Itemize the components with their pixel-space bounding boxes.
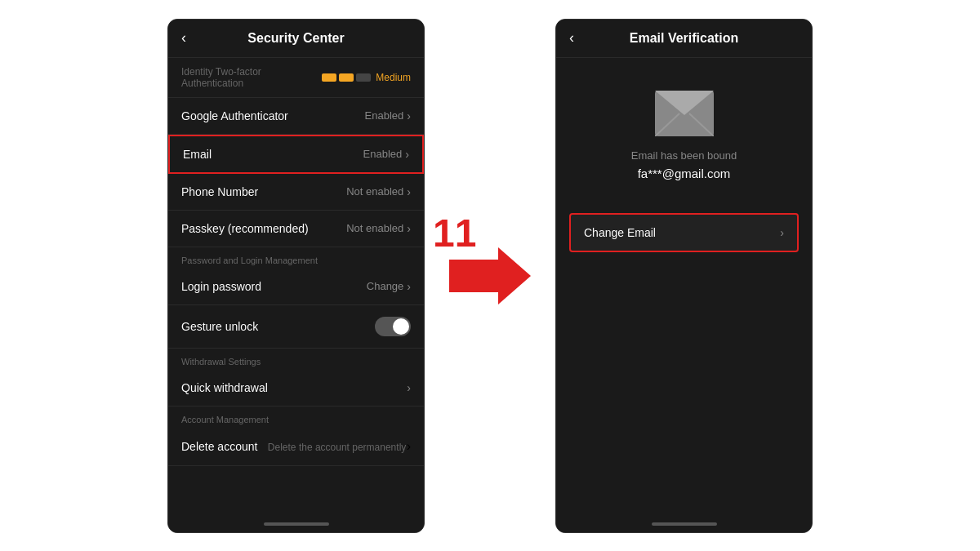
arrow-area: 11	[425, 247, 555, 304]
quick-withdrawal-item[interactable]: Quick withdrawal ›	[168, 370, 424, 407]
security-label: Identity Two-factor Authentication	[181, 66, 322, 89]
google-auth-item[interactable]: Google Authenticator Enabled ›	[168, 98, 424, 135]
email-label: Email	[183, 148, 212, 161]
gesture-unlock-item[interactable]: Gesture unlock	[168, 305, 424, 349]
left-bottom-bar	[168, 516, 424, 532]
delete-account-right: ›	[407, 439, 411, 454]
email-right: Enabled ›	[363, 148, 409, 161]
left-phone: ‹ Security Center Identity Two-factor Au…	[167, 19, 425, 533]
main-container: ‹ Security Center Identity Two-factor Au…	[0, 0, 980, 551]
delete-account-left: Delete account Delete the account perman…	[181, 439, 406, 454]
change-email-item[interactable]: Change Email ›	[569, 213, 799, 252]
left-back-button[interactable]: ‹	[181, 29, 186, 47]
svg-marker-0	[449, 247, 531, 304]
bound-text: Email has been bound	[631, 149, 737, 162]
quick-withdrawal-chevron: ›	[407, 381, 411, 394]
left-phone-content: Identity Two-factor Authentication Mediu…	[168, 58, 424, 516]
security-right: Medium	[322, 72, 411, 83]
phone-number-label: Phone Number	[181, 185, 258, 198]
passkey-right: Not enabled ›	[346, 222, 411, 235]
phone-number-chevron: ›	[407, 185, 411, 198]
change-email-chevron: ›	[780, 226, 784, 239]
delete-account-item[interactable]: Delete account Delete the account perman…	[168, 428, 424, 466]
left-screen-title: Security Center	[247, 31, 344, 46]
login-password-status: Change	[367, 280, 404, 292]
phone-number-right: Not enabled ›	[346, 185, 411, 198]
login-password-item[interactable]: Login password Change ›	[168, 269, 424, 305]
security-level-row: Identity Two-factor Authentication Mediu…	[168, 58, 424, 98]
passkey-item[interactable]: Passkey (recommended) Not enabled ›	[168, 211, 424, 247]
login-password-right: Change ›	[367, 280, 411, 293]
section-withdrawal-label: Withdrawal Settings	[168, 349, 424, 370]
email-chevron: ›	[405, 148, 409, 161]
email-item[interactable]: Email Enabled ›	[168, 135, 424, 174]
right-bottom-bar	[556, 516, 812, 532]
email-verification-info: Email has been bound fa***@gmail.com	[556, 58, 812, 197]
envelope-icon	[655, 91, 714, 136]
delete-account-label: Delete account	[181, 440, 257, 453]
google-auth-chevron: ›	[407, 109, 411, 122]
phone-number-status: Not enabled	[346, 185, 403, 198]
right-screen-title: Email Verification	[630, 31, 738, 46]
passkey-chevron: ›	[407, 222, 411, 235]
security-bars	[322, 73, 371, 82]
right-back-button[interactable]: ‹	[569, 29, 574, 47]
google-auth-right: Enabled ›	[365, 109, 411, 122]
gesture-toggle[interactable]	[375, 317, 411, 336]
step-number: 11	[433, 211, 476, 256]
phone-number-item[interactable]: Phone Number Not enabled ›	[168, 174, 424, 211]
right-phone: ‹ Email Verification Email has been boun…	[555, 19, 813, 533]
login-password-label: Login password	[181, 280, 261, 293]
google-auth-label: Google Authenticator	[181, 109, 288, 122]
right-phone-content: Email has been bound fa***@gmail.com Cha…	[556, 58, 812, 516]
left-phone-header: ‹ Security Center	[168, 20, 424, 58]
google-auth-status: Enabled	[365, 109, 404, 122]
right-home-indicator	[652, 522, 717, 526]
right-phone-header: ‹ Email Verification	[556, 20, 812, 58]
gesture-toggle-knob	[393, 318, 409, 335]
section-password-label: Password and Login Management	[168, 247, 424, 269]
bound-email-address: fa***@gmail.com	[638, 167, 731, 180]
passkey-status: Not enabled	[346, 222, 403, 234]
login-password-chevron: ›	[407, 280, 411, 293]
delete-account-chevron: ›	[407, 439, 411, 454]
passkey-label: Passkey (recommended)	[181, 222, 309, 235]
delete-account-desc: Delete the account permanently	[268, 442, 406, 453]
security-bar-1	[322, 73, 336, 82]
quick-withdrawal-label: Quick withdrawal	[181, 381, 268, 394]
quick-withdrawal-right: ›	[407, 381, 411, 394]
gesture-unlock-label: Gesture unlock	[181, 320, 258, 333]
email-status: Enabled	[363, 148, 403, 160]
right-arrow-icon	[449, 247, 531, 304]
left-home-indicator	[264, 522, 329, 526]
section-account-label: Account Management	[168, 407, 424, 428]
security-bar-2	[339, 73, 354, 82]
security-bar-3	[356, 73, 371, 82]
change-email-label: Change Email	[584, 226, 656, 239]
security-level-text: Medium	[376, 72, 411, 83]
